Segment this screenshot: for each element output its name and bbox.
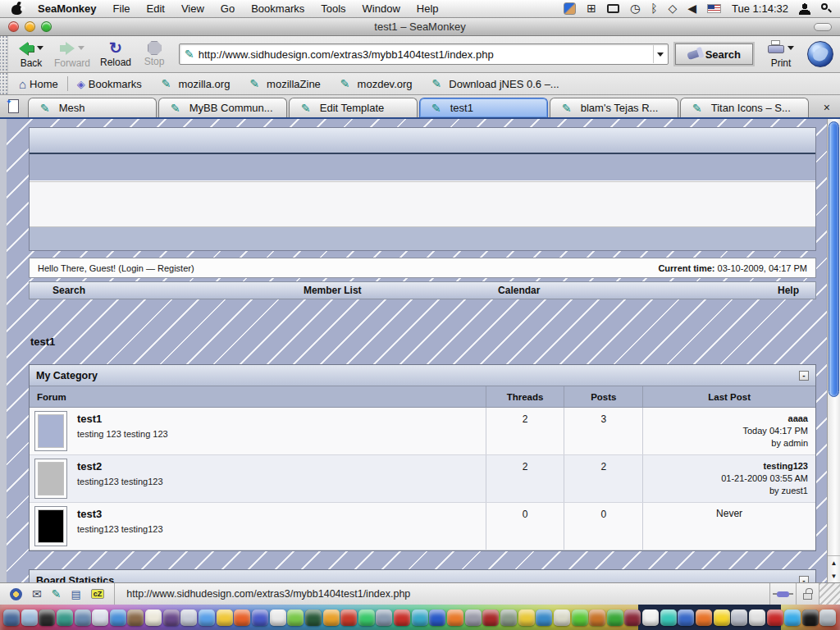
dock-app-icon[interactable] xyxy=(731,609,747,626)
menu-go[interactable]: Go xyxy=(212,0,243,17)
forum-link[interactable]: test1 xyxy=(77,413,168,425)
lastpost-thread-link[interactable]: aaaa xyxy=(643,413,808,425)
menu-window[interactable]: Window xyxy=(354,0,409,17)
dock-app-icon[interactable] xyxy=(554,609,570,626)
minimize-window-button[interactable] xyxy=(25,21,35,32)
chatzilla-icon[interactable]: cZ xyxy=(91,589,105,599)
spaces-icon[interactable]: ⊞ xyxy=(587,2,596,15)
dock-app-icon[interactable] xyxy=(39,609,55,626)
forum-link[interactable]: test2 xyxy=(77,460,163,472)
reload-button[interactable]: ↻ Reload xyxy=(95,39,136,70)
online-status[interactable] xyxy=(769,583,796,605)
dock-app-icon[interactable] xyxy=(660,609,677,626)
bookmarks-menu-button[interactable]: ◈ Bookmarks xyxy=(70,78,149,90)
forward-button[interactable]: Forward xyxy=(49,39,95,71)
dock-app-icon[interactable] xyxy=(252,609,268,626)
search-button[interactable]: Search xyxy=(675,43,753,65)
new-tab-button[interactable]: ✦ xyxy=(7,99,21,116)
dock-app-icon[interactable] xyxy=(589,609,605,626)
dock-app-icon[interactable] xyxy=(624,609,641,626)
menu-tools[interactable]: Tools xyxy=(313,0,354,17)
menu-file[interactable]: File xyxy=(105,0,139,17)
category-collapse-button[interactable]: - xyxy=(799,371,809,381)
dock-app-icon[interactable] xyxy=(110,609,126,626)
dock-app-icon[interactable] xyxy=(784,609,801,626)
dock-app-icon[interactable] xyxy=(767,609,783,626)
menu-view[interactable]: View xyxy=(173,0,212,17)
zoom-window-button[interactable] xyxy=(41,21,52,32)
dock-app-icon[interactable] xyxy=(3,609,20,626)
lastpost-author-link[interactable]: by admin xyxy=(643,437,808,450)
toolbar-toggle-button[interactable] xyxy=(814,23,832,31)
back-history-caret-icon[interactable] xyxy=(37,46,43,50)
dock-app-icon[interactable] xyxy=(465,609,482,626)
dock-app-icon[interactable] xyxy=(270,609,286,626)
dock-app-icon[interactable] xyxy=(819,609,836,626)
window-resize-grip[interactable] xyxy=(819,583,840,605)
dock-app-icon[interactable] xyxy=(412,609,428,626)
dock-app-icon[interactable] xyxy=(21,609,38,626)
tab-blams-tejas[interactable]: ✎ blam's Tejas R... xyxy=(550,98,678,117)
fast-user-switch-icon[interactable] xyxy=(799,3,810,15)
dock-app-icon[interactable] xyxy=(287,609,304,626)
menu-bookmarks[interactable]: Bookmarks xyxy=(243,0,313,17)
dock-app-icon[interactable] xyxy=(642,609,659,626)
dock-app-icon[interactable] xyxy=(145,609,162,626)
home-button[interactable]: ⌂ Home xyxy=(11,77,66,91)
wifi-icon[interactable]: ◇ xyxy=(669,2,678,15)
dock-app-icon[interactable] xyxy=(305,609,322,626)
dock-app-icon[interactable] xyxy=(127,609,144,626)
menu-edit[interactable]: Edit xyxy=(139,0,173,17)
security-status[interactable] xyxy=(796,583,819,605)
forum-link[interactable]: test3 xyxy=(77,508,163,520)
tab-mybb-community[interactable]: ✎ MyBB Commun... xyxy=(158,98,287,117)
bookmark-mozillazine[interactable]: ✎ mozillaZine xyxy=(237,77,327,90)
tab-test1-active[interactable]: ✎ test1 xyxy=(419,98,548,117)
dock-app-icon[interactable] xyxy=(696,609,712,626)
tab-mesh[interactable]: ✎ Mesh xyxy=(28,98,157,117)
dock-app-icon[interactable] xyxy=(358,609,375,626)
vertical-scrollbar[interactable]: ▲ ▼ xyxy=(827,119,840,582)
close-tab-button[interactable]: × xyxy=(817,101,837,117)
url-input[interactable] xyxy=(199,48,653,61)
bluetooth-icon[interactable]: ᛒ xyxy=(651,2,657,15)
nav-calendar-link[interactable]: Calendar xyxy=(426,285,613,296)
dock-app-icon[interactable] xyxy=(92,609,108,626)
dock-app-icon[interactable] xyxy=(199,609,215,626)
print-options-caret-icon[interactable] xyxy=(788,46,794,50)
login-link[interactable]: Login xyxy=(121,263,144,273)
menu-clock[interactable]: Tue 1:14:32 xyxy=(732,2,788,15)
composer-icon[interactable]: ✎ xyxy=(52,587,62,600)
dock-app-icon[interactable] xyxy=(323,609,340,626)
dock-app-icon[interactable] xyxy=(447,609,463,626)
mail-icon[interactable]: ✉ xyxy=(32,587,42,600)
dock-app-icon[interactable] xyxy=(57,609,73,626)
menu-help[interactable]: Help xyxy=(409,0,447,17)
lastpost-thread-link[interactable]: testing123 xyxy=(643,460,808,472)
bookmark-mozdev-org[interactable]: ✎ mozdev.org xyxy=(328,77,420,90)
lastpost-author-link[interactable]: by zuest1 xyxy=(643,485,808,497)
spotlight-icon[interactable] xyxy=(821,3,832,14)
scrollbar-thumb[interactable] xyxy=(829,121,839,397)
toolbar-grippy[interactable] xyxy=(0,36,8,72)
apple-menu-icon[interactable] xyxy=(11,2,23,15)
dock-app-icon[interactable] xyxy=(749,609,765,626)
dock-app-icon[interactable] xyxy=(678,609,694,626)
nav-search-link[interactable]: Search xyxy=(30,285,240,296)
time-machine-icon[interactable]: ◷ xyxy=(630,2,640,15)
scroll-down-button[interactable]: ▼ xyxy=(828,569,840,582)
bookmark-download-jnes[interactable]: ✎ Download jNES 0.6 –... xyxy=(420,77,567,90)
displays-icon[interactable] xyxy=(607,4,619,13)
print-button[interactable]: Print xyxy=(763,39,799,71)
menu-app[interactable]: SeaMonkey xyxy=(30,0,105,17)
back-button[interactable]: Back xyxy=(13,39,49,71)
dock-app-icon[interactable] xyxy=(518,609,535,626)
dock-app-icon[interactable] xyxy=(376,609,392,626)
tab-titan-icons[interactable]: ✎ Titan Icons – S... xyxy=(680,98,809,117)
dock-app-icon[interactable] xyxy=(714,609,730,626)
seamonkey-status-icon[interactable] xyxy=(564,2,576,15)
dock-app-icon[interactable] xyxy=(340,609,357,626)
nav-memberlist-link[interactable]: Member List xyxy=(240,285,427,296)
register-link[interactable]: Register xyxy=(158,263,191,273)
bookmarks-grippy[interactable] xyxy=(0,73,8,94)
